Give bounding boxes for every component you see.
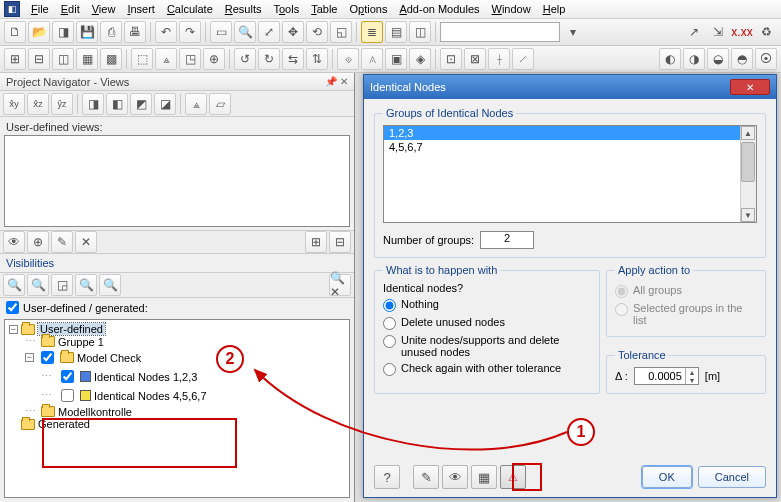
view-xz-icon[interactable]: x̂z	[27, 93, 49, 115]
spin-up-icon[interactable]: ▲	[685, 368, 698, 376]
tb2-e-icon[interactable]: ▩	[100, 48, 122, 70]
tb2-h-icon[interactable]: ◳	[179, 48, 201, 70]
tb-redo-icon[interactable]: ↷	[179, 21, 201, 43]
pin-icon[interactable]: 📌 ✕	[325, 76, 348, 87]
vt2-b-icon[interactable]: ⊕	[27, 231, 49, 253]
tb2-b-icon[interactable]: ⊟	[28, 48, 50, 70]
expander-icon[interactable]: −	[25, 353, 34, 362]
tb2-q-icon[interactable]: ◈	[409, 48, 431, 70]
vt2-e-icon[interactable]: ⊞	[305, 231, 327, 253]
tb-new-icon[interactable]: 🗋	[4, 21, 26, 43]
tb-dd-icon[interactable]: ▾	[562, 21, 584, 43]
tb-print-icon[interactable]: 🖶	[124, 21, 146, 43]
menu-options[interactable]: Options	[344, 2, 392, 16]
scroll-thumb[interactable]	[741, 142, 755, 182]
view-persp-icon[interactable]: ⟁	[185, 93, 207, 115]
tb2-x-icon[interactable]: ◒	[707, 48, 729, 70]
vis-a-icon[interactable]: 🔍	[3, 274, 25, 296]
tb2-l-icon[interactable]: ⇆	[282, 48, 304, 70]
menu-file[interactable]: File	[26, 2, 54, 16]
close-icon[interactable]: ✕	[730, 79, 770, 95]
opt-nothing-row[interactable]: Nothing	[383, 296, 591, 314]
tb2-r-icon[interactable]: ⊡	[440, 48, 462, 70]
tb2-c-icon[interactable]: ◫	[52, 48, 74, 70]
tb-zoomext-icon[interactable]: ⤢	[258, 21, 280, 43]
tb2-a-icon[interactable]: ⊞	[4, 48, 26, 70]
tb2-s-icon[interactable]: ⊠	[464, 48, 486, 70]
opt-unite-radio[interactable]	[383, 335, 396, 348]
tb-view3-icon[interactable]: ◫	[409, 21, 431, 43]
tb2-o-icon[interactable]: ⟑	[361, 48, 383, 70]
user-views-list[interactable]	[4, 135, 350, 227]
tb2-y-icon[interactable]: ◓	[731, 48, 753, 70]
tb2-k-icon[interactable]: ↻	[258, 48, 280, 70]
tb-cube-icon[interactable]: ◨	[52, 21, 74, 43]
vis-e-icon[interactable]: 🔍	[99, 274, 121, 296]
cancel-button[interactable]: Cancel	[698, 466, 766, 488]
scroll-up-icon[interactable]: ▲	[741, 126, 755, 140]
vis-f-icon[interactable]: 🔍✕	[329, 274, 351, 296]
tb-zoomwin-icon[interactable]: 🔍	[234, 21, 256, 43]
vis-c-icon[interactable]: ◲	[51, 274, 73, 296]
dbtn-c-icon[interactable]: ▦	[471, 465, 497, 489]
visibilities-tree[interactable]: − User-defined ⋯ Gruppe 1 − Model Check …	[4, 319, 350, 498]
tb2-d-icon[interactable]: ▦	[76, 48, 98, 70]
dbtn-create-visibility-icon[interactable]: ⚠	[500, 465, 526, 489]
tb2-w-icon[interactable]: ◑	[683, 48, 705, 70]
tb-open-icon[interactable]: 📂	[28, 21, 50, 43]
ok-button[interactable]: OK	[642, 466, 692, 488]
opt-checkagain-row[interactable]: Check again with other tolerance	[383, 360, 591, 378]
tb-right1-icon[interactable]: ↗	[683, 21, 705, 43]
tb2-z-icon[interactable]: ⦿	[755, 48, 777, 70]
tb-select-icon[interactable]: ▭	[210, 21, 232, 43]
view-iso1-icon[interactable]: ◨	[82, 93, 104, 115]
tb2-p-icon[interactable]: ▣	[385, 48, 407, 70]
tb-combo[interactable]	[440, 22, 560, 42]
tb-view1-icon[interactable]: ≣	[361, 21, 383, 43]
view-ortho-icon[interactable]: ▱	[209, 93, 231, 115]
view-iso2-icon[interactable]: ◧	[106, 93, 128, 115]
tb2-j-icon[interactable]: ↺	[234, 48, 256, 70]
dbtn-b-icon[interactable]: 👁	[442, 465, 468, 489]
spin-down-icon[interactable]: ▼	[685, 376, 698, 384]
tree-root[interactable]: − User-defined	[9, 323, 345, 335]
opt-nothing-radio[interactable]	[383, 299, 396, 312]
vt2-a-icon[interactable]: 👁	[3, 231, 25, 253]
menu-table[interactable]: Table	[306, 2, 342, 16]
usergen-checkbox[interactable]	[6, 301, 19, 314]
opt-delete-row[interactable]: Delete unused nodes	[383, 314, 591, 332]
tree-gruppe[interactable]: ⋯ Gruppe 1	[9, 335, 345, 348]
expander-icon[interactable]: −	[9, 325, 18, 334]
tb-view2-icon[interactable]: ▤	[385, 21, 407, 43]
tol-input[interactable]	[635, 370, 685, 382]
tb2-f-icon[interactable]: ⬚	[131, 48, 153, 70]
menu-view[interactable]: View	[87, 2, 121, 16]
vt2-d-icon[interactable]: ✕	[75, 231, 97, 253]
tb-save-icon[interactable]: 💾	[76, 21, 98, 43]
vis-d-icon[interactable]: 🔍	[75, 274, 97, 296]
tb2-i-icon[interactable]: ⊕	[203, 48, 225, 70]
tb-zoomall-icon[interactable]: ◱	[330, 21, 352, 43]
menu-tools[interactable]: Tools	[268, 2, 304, 16]
vt2-c-icon[interactable]: ✎	[51, 231, 73, 253]
tb2-g-icon[interactable]: ⟁	[155, 48, 177, 70]
vis-b-icon[interactable]: 🔍	[27, 274, 49, 296]
tree-id123[interactable]: ⋯ Identical Nodes 1,2,3	[9, 367, 345, 386]
scrollbar[interactable]: ▲ ▼	[740, 126, 756, 222]
tree-id4567[interactable]: ⋯ Identical Nodes 4,5,6,7	[9, 386, 345, 405]
menu-window[interactable]: Window	[487, 2, 536, 16]
menu-calculate[interactable]: Calculate	[162, 2, 218, 16]
dialog-titlebar[interactable]: Identical Nodes ✕	[364, 75, 776, 99]
opt-checkagain-radio[interactable]	[383, 363, 396, 376]
view-iso4-icon[interactable]: ◪	[154, 93, 176, 115]
tol-spinner[interactable]: ▲▼	[634, 367, 699, 385]
tb-right4-icon[interactable]: ♻	[755, 21, 777, 43]
view-xy-icon[interactable]: x̂y	[3, 93, 25, 115]
scroll-down-icon[interactable]: ▼	[741, 208, 755, 222]
tb2-n-icon[interactable]: ⟐	[337, 48, 359, 70]
tb2-t-icon[interactable]: ⟊	[488, 48, 510, 70]
tree-id123-chk[interactable]	[61, 370, 74, 383]
menu-addon[interactable]: Add-on Modules	[394, 2, 484, 16]
vt2-f-icon[interactable]: ⊟	[329, 231, 351, 253]
tb2-m-icon[interactable]: ⇅	[306, 48, 328, 70]
